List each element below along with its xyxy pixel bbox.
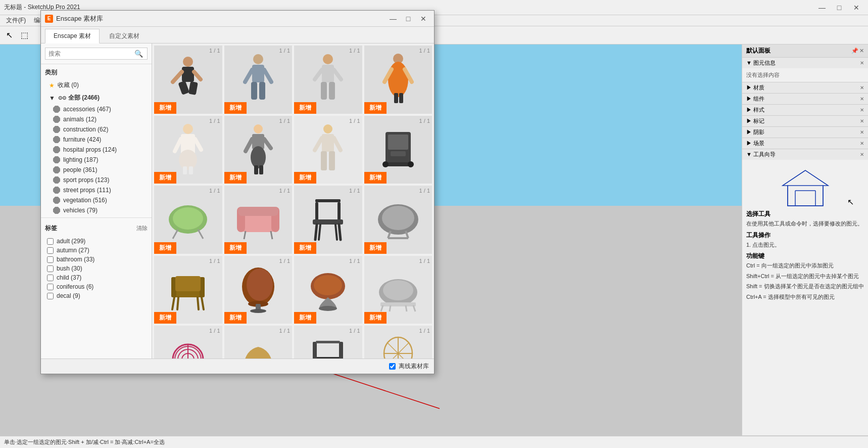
asset-item-16[interactable]: 1 / 1 新增 (154, 326, 222, 359)
close-button[interactable]: ✕ (849, 3, 864, 13)
panel-pin-button[interactable]: 📌 (851, 48, 858, 54)
tag-autumn-checkbox[interactable] (47, 247, 54, 254)
sidebar-item-vegetation[interactable]: vegetation (516) (45, 195, 148, 205)
sidebar-item-street[interactable]: street props (111) (45, 185, 148, 195)
minimize-button[interactable]: — (814, 3, 830, 13)
tag-child[interactable]: child (37) (45, 273, 148, 282)
asset-add-button-13[interactable]: 新增 (224, 312, 247, 324)
asset-item-10[interactable]: 1 / 1 新增 (294, 186, 362, 254)
tag-decal[interactable]: decal (9) (45, 291, 148, 300)
tool-guide-close[interactable]: ✕ (860, 152, 864, 157)
sidebar-item-favorites[interactable]: ★ 收藏 (0) (45, 79, 148, 92)
tag-autumn[interactable]: autumn (27) (45, 246, 148, 255)
offline-checkbox[interactable] (389, 363, 396, 370)
asset-item-12[interactable]: 1 / 1 新增 (154, 256, 222, 324)
asset-item-11[interactable]: 1 / 1 新增 (364, 186, 432, 254)
asset-item-0[interactable]: 1 / 1 新增 (154, 46, 222, 114)
sidebar-item-lighting[interactable]: lighting (187) (45, 155, 148, 165)
sidebar-item-construction[interactable]: construction (62) (45, 124, 148, 135)
materials-close[interactable]: ✕ (860, 85, 864, 91)
asset-item-2[interactable]: 1 / 1 新增 (294, 46, 362, 114)
components-header[interactable]: ▶ 组件 ✕ (742, 94, 868, 104)
tag-adult-checkbox[interactable] (47, 238, 54, 245)
asset-add-button-5[interactable]: 新增 (224, 172, 247, 184)
asset-add-button-4[interactable]: 新增 (154, 172, 176, 184)
asset-add-button-9[interactable]: 新增 (224, 242, 247, 254)
asset-item-14[interactable]: 1 / 1 新增 (294, 256, 362, 324)
asset-add-button-1[interactable]: 新增 (224, 102, 247, 114)
asset-add-button-6[interactable]: 新增 (294, 172, 316, 184)
asset-item-18[interactable]: 1 / 1 新增 (294, 326, 362, 359)
asset-item-7[interactable]: 1 / 1 新增 (364, 116, 432, 184)
sidebar-item-accessories[interactable]: accessories (467) (45, 104, 148, 114)
asset-item-13[interactable]: 1 / 1 新增 (224, 256, 293, 324)
asset-item-15[interactable]: 1 / 1 新增 (364, 256, 432, 324)
tag-child-checkbox[interactable] (47, 275, 54, 281)
sidebar-item-animals[interactable]: animals (12) (45, 114, 148, 124)
asset-add-button-10[interactable]: 新增 (294, 242, 316, 254)
asset-item-5[interactable]: 1 / 1 新增 (224, 116, 293, 184)
sidebar-item-hospital[interactable]: hospital props (124) (45, 145, 148, 155)
styles-close[interactable]: ✕ (860, 107, 864, 113)
dialog-minimize-button[interactable]: — (387, 14, 400, 24)
tags-header[interactable]: ▶ 标记 ✕ (742, 116, 868, 126)
tag-coniferous-checkbox[interactable] (47, 284, 54, 290)
scenes-close[interactable]: ✕ (860, 141, 864, 146)
asset-item-4[interactable]: 1 / 1 新增 (154, 116, 222, 184)
asset-add-button-14[interactable]: 新增 (294, 312, 316, 324)
tab-custom-assets[interactable]: 自定义素材 (101, 29, 148, 43)
tool-guide-header[interactable]: ▼ 工具向导 ✕ (742, 149, 868, 160)
sidebar-item-people[interactable]: people (361) (45, 165, 148, 175)
shadows-close[interactable]: ✕ (860, 129, 864, 135)
sidebar-item-furniture[interactable]: furniture (424) (45, 135, 148, 145)
tag-bathroom-checkbox[interactable] (47, 256, 54, 263)
select-tool-button[interactable]: ↖ (2, 28, 16, 42)
asset-item-8[interactable]: 1 / 1 新增 (154, 186, 222, 254)
sidebar-item-all[interactable]: ▼ ⊙⊙ 全部 (2466) (45, 92, 148, 104)
asset-item-1[interactable]: 1 / 1 新增 (224, 46, 293, 114)
panel-close-button[interactable]: ✕ (859, 48, 864, 54)
tool-key3: Shift = 切换选择某个图元是否在选定的图元组中 (746, 282, 864, 291)
dialog-maximize-button[interactable]: □ (402, 14, 415, 24)
tags-close[interactable]: ✕ (860, 118, 864, 124)
tag-decal-checkbox[interactable] (47, 293, 54, 299)
tab-enscape-assets[interactable]: Enscape 素材 (45, 29, 100, 43)
asset-item-17[interactable]: 1 / 1 新增 (224, 326, 293, 359)
erase-tool-button[interactable]: ⬚ (17, 28, 31, 42)
scenes-header[interactable]: ▶ 场景 ✕ (742, 138, 868, 149)
sidebar-item-vehicles[interactable]: vehicles (79) (45, 205, 148, 215)
asset-add-button-7[interactable]: 新增 (364, 172, 387, 184)
sport-icon (53, 176, 60, 184)
asset-item-6[interactable]: 1 / 1 新增 (294, 116, 362, 184)
asset-item-3[interactable]: 1 / 1 新增 (364, 46, 432, 114)
svg-point-33 (183, 124, 193, 134)
maximize-button[interactable]: □ (832, 3, 847, 13)
tag-bathroom[interactable]: bathroom (33) (45, 255, 148, 264)
search-button[interactable]: 🔍 (133, 50, 144, 58)
dialog-close-button[interactable]: ✕ (417, 14, 430, 24)
asset-add-button-2[interactable]: 新增 (294, 102, 316, 114)
clear-tags-button[interactable]: 清除 (136, 225, 148, 232)
asset-add-button-0[interactable]: 新增 (154, 102, 176, 114)
asset-add-button-3[interactable]: 新增 (364, 102, 387, 114)
tag-coniferous[interactable]: coniferous (6) (45, 282, 148, 291)
tag-bush-checkbox[interactable] (47, 265, 54, 272)
asset-add-button-15[interactable]: 新增 (364, 312, 387, 324)
materials-header[interactable]: ▶ 材质 ✕ (742, 82, 868, 93)
tag-adult[interactable]: adult (299) (45, 237, 148, 246)
search-input[interactable] (49, 50, 133, 57)
asset-add-button-12[interactable]: 新增 (154, 312, 176, 324)
menu-file[interactable]: 文件(F) (2, 15, 30, 26)
asset-item-9[interactable]: 1 / 1 新增 (224, 186, 293, 254)
asset-add-button-8[interactable]: 新增 (154, 242, 176, 254)
svg-line-3 (805, 170, 828, 186)
entity-info-close[interactable]: ✕ (860, 60, 864, 66)
styles-header[interactable]: ▶ 样式 ✕ (742, 105, 868, 115)
components-close[interactable]: ✕ (860, 96, 864, 102)
sidebar-item-sport[interactable]: sport props (123) (45, 175, 148, 185)
shadows-header[interactable]: ▶ 阴影 ✕ (742, 127, 868, 138)
asset-add-button-11[interactable]: 新增 (364, 242, 387, 254)
entity-info-header[interactable]: ▼ 图元信息 ✕ (742, 58, 868, 68)
asset-item-19[interactable]: 1 / 1 新增 (364, 326, 432, 359)
tag-bush[interactable]: bush (30) (45, 264, 148, 273)
